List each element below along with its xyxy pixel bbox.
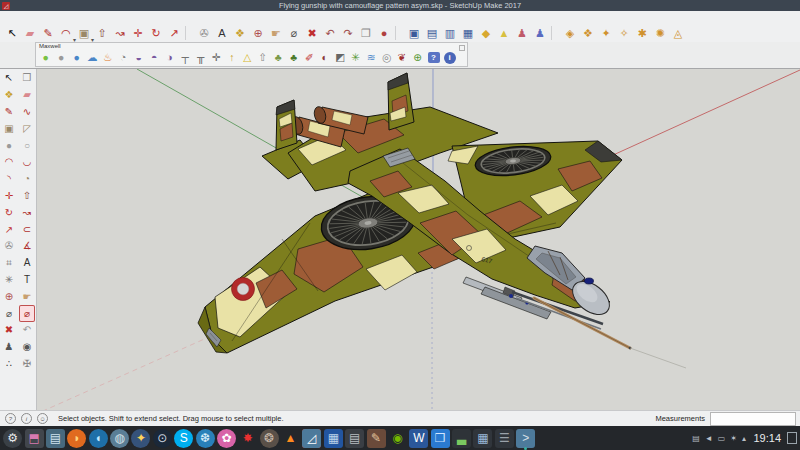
maxwell-grass-icon[interactable]: ✳ (348, 50, 364, 65)
face-style-xray-button[interactable]: ▣ (405, 25, 423, 41)
zoom-window-tool[interactable]: ⌀ (19, 305, 35, 322)
followme-tool[interactable]: ↝ (19, 204, 35, 221)
pan-tool[interactable]: ☛ (267, 25, 285, 41)
chromium-icon[interactable]: ◍ (110, 429, 129, 448)
sandbox-from-contours-tool[interactable]: ◈ (561, 25, 579, 41)
instructor-icon[interactable]: i (21, 413, 32, 424)
sketchup-icon[interactable]: ◿ (302, 429, 321, 448)
maxwell-material-editor-icon[interactable]: ◓ (147, 50, 163, 65)
move-tool[interactable]: ✛ (129, 25, 147, 41)
nvidia-settings-icon[interactable]: ◉ (388, 429, 407, 448)
maxwell-camera-icon[interactable]: ◩ (333, 50, 349, 65)
rectangle-tool[interactable]: ▣ (1, 120, 17, 137)
terminal-icon[interactable]: > (516, 429, 535, 448)
previous-view-button[interactable]: ↶ (321, 25, 339, 41)
screen-config-icon[interactable]: ⬒ (25, 429, 44, 448)
maxwell-about-button[interactable]: i (444, 52, 456, 64)
shadows-toggle-button[interactable]: ◆ (477, 25, 495, 41)
rotate-tool[interactable]: ↻ (1, 204, 17, 221)
face-style-hiddenline-button[interactable]: ▥ (441, 25, 459, 41)
maxwell-render-gray-icon[interactable]: ● (54, 50, 70, 65)
arc-tool[interactable]: ◠ (1, 154, 17, 171)
paint-app-icon[interactable]: ✸ (238, 429, 257, 448)
maxwell-disc-icon[interactable]: ◐ (317, 50, 333, 65)
tray-expander-icon[interactable]: ▴ (742, 434, 746, 443)
maxwell-picker-icon[interactable]: ✐ (302, 50, 318, 65)
zoom-tool[interactable]: ⌀ (1, 305, 17, 322)
maxwell-cloud-icon[interactable]: ☁ (85, 50, 101, 65)
add-detail-tool[interactable]: ✺ (651, 25, 669, 41)
gimp-icon[interactable]: ❂ (260, 429, 279, 448)
maxwell-toolbar[interactable]: Maxwell ●●●☁♨◔◒◓◑┬╥✛↑△⇧♣♣✐◐◩✳≋◎❦⊕?i (35, 42, 468, 67)
three-point-arc-tool[interactable]: ◝ (1, 171, 17, 188)
maxwell-up-light-icon[interactable]: ↑ (224, 50, 240, 65)
flip-edge-tool[interactable]: ◬ (669, 25, 687, 41)
display-tray-icon[interactable]: ▭ (718, 434, 726, 443)
blue-figure-button[interactable]: ♟ (531, 25, 549, 41)
move-tool[interactable]: ✛ (1, 188, 17, 205)
kde-connect-icon[interactable]: ❆ (196, 429, 215, 448)
context-icon[interactable]: ☺ (37, 413, 48, 424)
document-viewer-icon[interactable]: ▤ (345, 429, 364, 448)
maxwell-render-icon[interactable]: ● (38, 50, 54, 65)
offset-tool[interactable]: ⊂ (19, 221, 35, 238)
tape-measure-tool[interactable]: ✇ (195, 25, 213, 41)
text-tool[interactable]: A (19, 255, 35, 272)
steam-icon[interactable]: ⊙ (153, 429, 172, 448)
followme-tool[interactable]: ↝ (111, 25, 129, 41)
scale-tool[interactable]: ↗ (1, 221, 17, 238)
select-tool[interactable]: ↖ (3, 25, 21, 41)
drape-tool[interactable]: ✱ (633, 25, 651, 41)
position-camera-tool[interactable]: ♟ (1, 339, 17, 356)
rotated-rectangle-tool[interactable]: ◸ (19, 120, 35, 137)
two-point-arc-tool[interactable]: ◡ (19, 154, 35, 171)
line-tool[interactable]: ✎ (39, 25, 57, 41)
pushpull-tool[interactable]: ⇧ (93, 25, 111, 41)
arc-tool[interactable]: ◠ (57, 25, 75, 41)
look-around-tool[interactable]: ◉ (19, 339, 35, 356)
dimension-tool[interactable]: ⌗ (1, 255, 17, 272)
pink-app-icon[interactable]: ✿ (217, 429, 236, 448)
measurements-input[interactable] (710, 412, 796, 426)
firefox-icon[interactable]: ◗ (67, 429, 86, 448)
tape-measure-tool[interactable]: ✇ (1, 238, 17, 255)
polygon-tool[interactable]: ○ (19, 137, 35, 154)
system-monitor-icon[interactable]: ▃ (452, 429, 471, 448)
maxwell-ies-light-icon[interactable]: ⇧ (255, 50, 271, 65)
maxwell-scene-icon[interactable]: ● (69, 50, 85, 65)
make-component-tool[interactable]: ❒ (19, 70, 35, 87)
maxwell-tree-icon[interactable]: ♣ (271, 50, 287, 65)
print-button[interactable]: ❐ (357, 25, 375, 41)
select-tool[interactable]: ↖ (1, 70, 17, 87)
stamp-tool[interactable]: ✧ (615, 25, 633, 41)
settings-app-icon[interactable]: ☰ (495, 429, 514, 448)
maxwell-toolbar-handle[interactable] (459, 45, 465, 51)
model-info-button[interactable]: ● (375, 25, 393, 41)
vlc-icon[interactable]: ▲ (281, 429, 300, 448)
pushpull-tool[interactable]: ⇧ (19, 188, 35, 205)
zoom-tool[interactable]: ⌀ (285, 25, 303, 41)
paint-bucket-tool[interactable]: ❖ (1, 87, 17, 104)
zoom-extents-tool[interactable]: ✖ (303, 25, 321, 41)
scale-tool[interactable]: ↗ (165, 25, 183, 41)
maxwell-cone-light-icon[interactable]: △ (240, 50, 256, 65)
previous-view-tool[interactable]: ↶ (19, 322, 35, 339)
kde-launcher-icon[interactable]: ⚙ (3, 429, 22, 448)
maxwell-material-info-icon[interactable]: ◑ (162, 50, 178, 65)
maxwell-help-button[interactable]: ? (428, 52, 440, 63)
maxwell-terrain-icon[interactable]: ⊕ (410, 50, 426, 65)
window-titlebar[interactable]: ◿ Flying gunship with camouflage pattern… (0, 0, 800, 11)
maxwell-sea-icon[interactable]: ≋ (364, 50, 380, 65)
face-style-wireframe-button[interactable]: ▤ (423, 25, 441, 41)
eraser-tool[interactable]: ▰ (19, 87, 35, 104)
maxwell-volumetric-icon[interactable]: ◎ (379, 50, 395, 65)
maxwell-fire-icon[interactable]: ♨ (100, 50, 116, 65)
line-tool[interactable]: ✎ (1, 104, 17, 121)
orbit-tool[interactable]: ⊕ (249, 25, 267, 41)
orbit-tool[interactable]: ⊕ (1, 288, 17, 305)
show-desktop-button[interactable] (787, 432, 797, 444)
virtualbox-icon[interactable]: ▦ (324, 429, 343, 448)
text-tool[interactable]: A (213, 25, 231, 41)
eraser-tool[interactable]: ▰ (21, 25, 39, 41)
pie-tool[interactable]: ◔ (19, 171, 35, 188)
